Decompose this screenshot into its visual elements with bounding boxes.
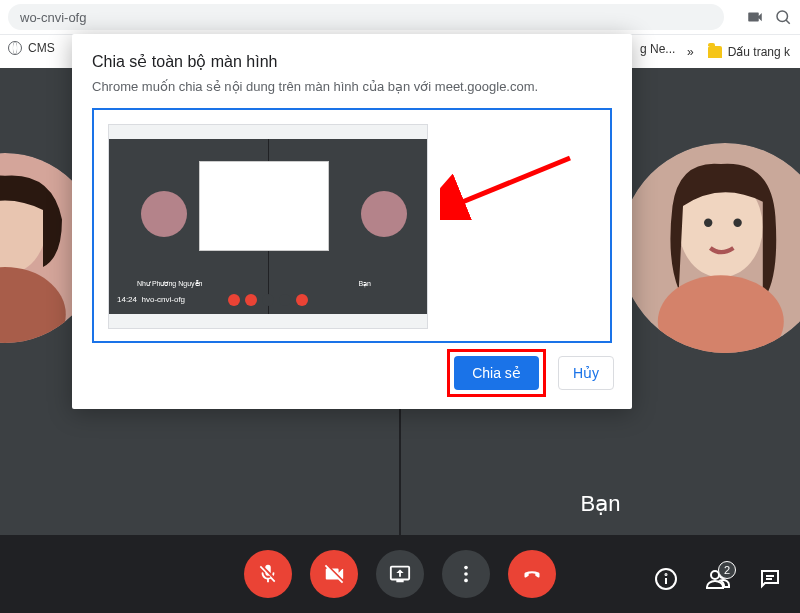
mic-button[interactable]: [244, 550, 292, 598]
search-icon[interactable]: [774, 8, 792, 26]
thumb-time: 14:24: [117, 295, 137, 304]
screen-preview-selected[interactable]: Như Phương Nguyễn Bạn 14:24 hvo-cnvi-ofg: [92, 108, 612, 343]
svg-line-1: [786, 20, 790, 24]
bookmark-cms[interactable]: CMS: [8, 41, 55, 55]
more-button[interactable]: [442, 550, 490, 598]
bookmark-folder[interactable]: Dấu trang k: [708, 45, 790, 59]
svg-point-8: [704, 219, 712, 227]
bookmark-folder-label: Dấu trang k: [728, 45, 790, 59]
dialog-subtitle: Chrome muốn chia sẻ nội dung trên màn hì…: [92, 79, 612, 94]
camera-icon[interactable]: [746, 8, 764, 26]
people-icon[interactable]: 2: [706, 567, 730, 595]
browser-bar: wo-cnvi-ofg: [0, 0, 800, 35]
address-bar[interactable]: wo-cnvi-ofg: [8, 4, 724, 30]
dialog-buttons: Chia sẻ Hủy: [447, 349, 614, 397]
self-tile-label: Bạn: [581, 491, 621, 517]
address-text: wo-cnvi-ofg: [20, 10, 86, 25]
thumb-name-2: Bạn: [358, 280, 371, 288]
folder-icon: [708, 46, 722, 58]
bookmark-cms-label: CMS: [28, 41, 55, 55]
highlight-annotation: Chia sẻ: [447, 349, 546, 397]
bookmarks-overflow[interactable]: »: [687, 45, 694, 59]
bookmarks-bar-right: » Dấu trang k: [669, 35, 800, 68]
thumb-name-1: Như Phương Nguyễn: [137, 280, 202, 288]
dialog-title: Chia sẻ toàn bộ màn hình: [92, 52, 612, 71]
hangup-button[interactable]: [508, 550, 556, 598]
svg-point-12: [464, 579, 468, 583]
globe-icon: [8, 41, 22, 55]
present-button[interactable]: [376, 550, 424, 598]
svg-line-20: [455, 158, 570, 205]
svg-point-15: [666, 574, 667, 575]
annotation-arrow: [440, 150, 580, 224]
camera-button[interactable]: [310, 550, 358, 598]
share-button[interactable]: Chia sẻ: [454, 356, 539, 390]
cancel-button[interactable]: Hủy: [558, 356, 614, 390]
svg-point-11: [464, 572, 468, 576]
avatar: [620, 143, 800, 353]
meet-right-icons: 2: [654, 567, 782, 595]
chat-icon[interactable]: [758, 567, 782, 595]
thumb-meeting-code: hvo-cnvi-ofg: [141, 295, 185, 304]
bookmark-gne-partial[interactable]: g Ne...: [640, 42, 675, 56]
svg-point-9: [733, 219, 741, 227]
svg-point-0: [777, 11, 788, 22]
screen-thumbnail: Như Phương Nguyễn Bạn 14:24 hvo-cnvi-ofg: [108, 124, 428, 329]
people-count-badge: 2: [718, 561, 736, 579]
svg-point-10: [464, 566, 468, 570]
info-icon[interactable]: [654, 567, 678, 595]
